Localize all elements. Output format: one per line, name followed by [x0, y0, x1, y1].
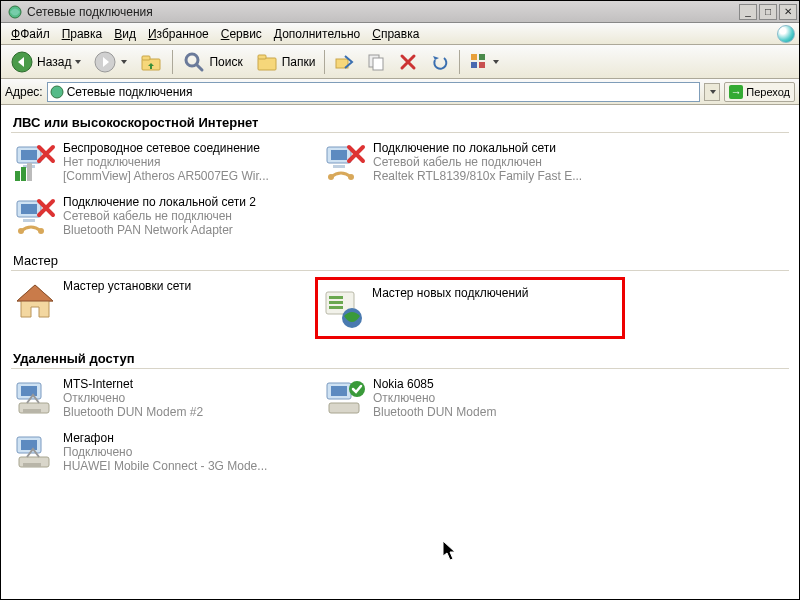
lan-disconnected-icon — [13, 195, 57, 239]
views-icon — [469, 52, 489, 72]
location-icon — [50, 85, 64, 99]
chevron-down-icon — [493, 60, 499, 64]
connection-name: Мастер новых подключений — [372, 286, 528, 300]
svg-rect-30 — [23, 219, 35, 222]
copy-icon — [366, 52, 386, 72]
dialup-items: MTS-InternetОтключеноBluetooth DUN Modem… — [11, 375, 789, 483]
back-icon — [10, 50, 34, 74]
connection-item[interactable]: Подключение по локальной сети 2Сетевой к… — [11, 193, 321, 241]
connection-text: Мастер новых подключений — [372, 286, 528, 300]
address-bar: Адрес: Сетевые подключения → Переход — [1, 79, 799, 105]
window-title: Сетевые подключения — [27, 5, 739, 19]
modem-ok-icon — [323, 377, 367, 421]
connection-name: Подключение по локальной сети — [373, 141, 582, 155]
connection-text: Подключение по локальной сетиСетевой каб… — [373, 141, 582, 183]
connection-item[interactable]: МегафонПодключеноHUAWEI Mobile Connect -… — [11, 429, 321, 477]
address-dropdown[interactable] — [704, 83, 720, 101]
connection-name: Мегафон — [63, 431, 267, 445]
connection-text: Nokia 6085ОтключеноBluetooth DUN Modem — [373, 377, 496, 419]
folders-button[interactable]: Папки — [250, 48, 321, 76]
address-value: Сетевые подключения — [67, 85, 193, 99]
menu-tools[interactable]: Сервис — [215, 25, 268, 43]
views-button[interactable] — [464, 48, 504, 76]
svg-point-26 — [328, 174, 334, 180]
separator — [459, 50, 460, 74]
minimize-button[interactable]: _ — [739, 4, 757, 20]
close-button[interactable]: ✕ — [779, 4, 797, 20]
svg-point-32 — [38, 228, 44, 234]
menu-edit[interactable]: Правка — [56, 25, 109, 43]
connection-item[interactable]: Подключение по локальной сетиСетевой каб… — [321, 139, 631, 187]
house-icon — [13, 279, 57, 323]
svg-rect-13 — [479, 54, 485, 60]
connection-status: Отключено — [63, 391, 203, 405]
connection-name: Nokia 6085 — [373, 377, 496, 391]
back-button[interactable]: Назад — [5, 48, 86, 76]
forward-button[interactable] — [88, 48, 132, 76]
app-icon — [7, 4, 23, 20]
svg-rect-24 — [331, 150, 347, 160]
menu-help[interactable]: Справка — [366, 25, 425, 43]
svg-marker-34 — [17, 285, 53, 301]
move-to-button[interactable] — [329, 48, 359, 76]
svg-rect-22 — [27, 163, 32, 181]
connection-status: Сетевой кабель не подключен — [63, 209, 256, 223]
copy-to-button[interactable] — [361, 48, 391, 76]
svg-rect-36 — [329, 296, 343, 299]
go-button[interactable]: → Переход — [724, 82, 795, 102]
connection-text: Мастер установки сети — [63, 279, 191, 293]
svg-rect-12 — [471, 54, 477, 60]
connection-item[interactable]: Мастер новых подключений — [315, 277, 625, 339]
svg-rect-43 — [23, 409, 41, 413]
menu-file[interactable]: ФФайл — [5, 25, 56, 43]
folders-icon — [255, 50, 279, 74]
connection-status: Нет подключения — [63, 155, 269, 169]
connection-item[interactable]: Мастер установки сети — [11, 277, 321, 339]
svg-rect-37 — [329, 301, 343, 304]
delete-icon — [398, 52, 418, 72]
connection-device: Bluetooth DUN Modem #2 — [63, 405, 203, 419]
section-dialup-header: Удаленный доступ — [11, 345, 789, 369]
separator — [172, 50, 173, 74]
svg-rect-7 — [258, 58, 276, 70]
connection-text: МегафонПодключеноHUAWEI Mobile Connect -… — [63, 431, 267, 473]
svg-rect-18 — [21, 150, 37, 160]
delete-button[interactable] — [393, 48, 423, 76]
menu-view[interactable]: Вид — [108, 25, 142, 43]
svg-rect-8 — [258, 55, 266, 59]
svg-rect-11 — [373, 58, 383, 70]
svg-rect-41 — [21, 386, 37, 396]
connection-text: Подключение по локальной сети 2Сетевой к… — [63, 195, 256, 237]
search-icon — [182, 50, 206, 74]
lan-disconnected-icon — [323, 141, 367, 185]
connection-status: Подключено — [63, 445, 267, 459]
menu-favorites[interactable]: Избранное — [142, 25, 215, 43]
connection-item[interactable]: Nokia 6085ОтключеноBluetooth DUN Modem — [321, 375, 631, 423]
throbber-icon — [777, 25, 795, 43]
search-button[interactable]: Поиск — [177, 48, 247, 76]
svg-rect-45 — [331, 386, 347, 396]
connection-device: Bluetooth DUN Modem — [373, 405, 496, 419]
titlebar: Сетевые подключения _ □ ✕ — [1, 1, 799, 23]
maximize-button[interactable]: □ — [759, 4, 777, 20]
undo-button[interactable] — [425, 48, 455, 76]
connection-name: Мастер установки сети — [63, 279, 191, 293]
up-button[interactable] — [134, 48, 168, 76]
wifi-disconnected-icon — [13, 141, 57, 185]
svg-rect-29 — [21, 204, 37, 214]
svg-point-31 — [18, 228, 24, 234]
go-arrow-icon: → — [729, 85, 743, 99]
menu-advanced[interactable]: Дополнительно — [268, 25, 366, 43]
toolbar: Назад Поиск Папки — [1, 45, 799, 79]
connection-name: Подключение по локальной сети 2 — [63, 195, 256, 209]
address-field[interactable]: Сетевые подключения — [47, 82, 701, 102]
connection-item[interactable]: Беспроводное сетевое соединениеНет подкл… — [11, 139, 321, 187]
forward-icon — [93, 50, 117, 74]
svg-rect-4 — [142, 56, 150, 60]
connection-status: Сетевой кабель не подключен — [373, 155, 582, 169]
connection-text: Беспроводное сетевое соединениеНет подкл… — [63, 141, 269, 183]
section-lan-header: ЛВС или высокоскоростной Интернет — [11, 109, 789, 133]
svg-rect-20 — [15, 171, 20, 181]
connection-device: Realtek RTL8139/810x Family Fast E... — [373, 169, 582, 183]
connection-item[interactable]: MTS-InternetОтключеноBluetooth DUN Modem… — [11, 375, 321, 423]
